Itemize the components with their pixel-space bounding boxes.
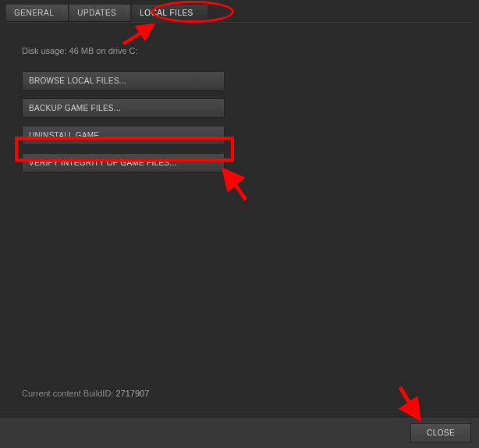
tab-local-files[interactable]: LOCAL FILES: [132, 5, 208, 22]
tab-updates[interactable]: UPDATES: [69, 5, 130, 22]
verify-integrity-button[interactable]: VERIFY INTEGRITY OF GAME FILES...: [22, 153, 225, 172]
tab-general[interactable]: GENERAL: [6, 5, 68, 22]
dialog-footer: CLOSE: [0, 417, 479, 448]
backup-game-files-button[interactable]: BACKUP GAME FILES...: [22, 98, 225, 118]
close-button[interactable]: CLOSE: [410, 423, 471, 443]
browse-local-files-button[interactable]: BROWSE LOCAL FILES...: [22, 71, 225, 91]
build-id-label: Current content BuildID:: [22, 389, 113, 398]
action-buttons: BROWSE LOCAL FILES... BACKUP GAME FILES.…: [22, 71, 463, 172]
uninstall-game-button[interactable]: UNINSTALL GAME...: [22, 126, 225, 145]
build-id-value: 2717907: [115, 389, 149, 398]
tabs-bar: GENERAL UPDATES LOCAL FILES: [0, 0, 479, 22]
disk-usage-label: Disk usage: 46 MB on drive C:: [22, 46, 463, 55]
annotation-arrow-close: [396, 384, 424, 421]
local-files-panel: Disk usage: 46 MB on drive C: BROWSE LOC…: [0, 23, 479, 188]
build-id-row: Current content BuildID: 2717907: [22, 389, 149, 398]
